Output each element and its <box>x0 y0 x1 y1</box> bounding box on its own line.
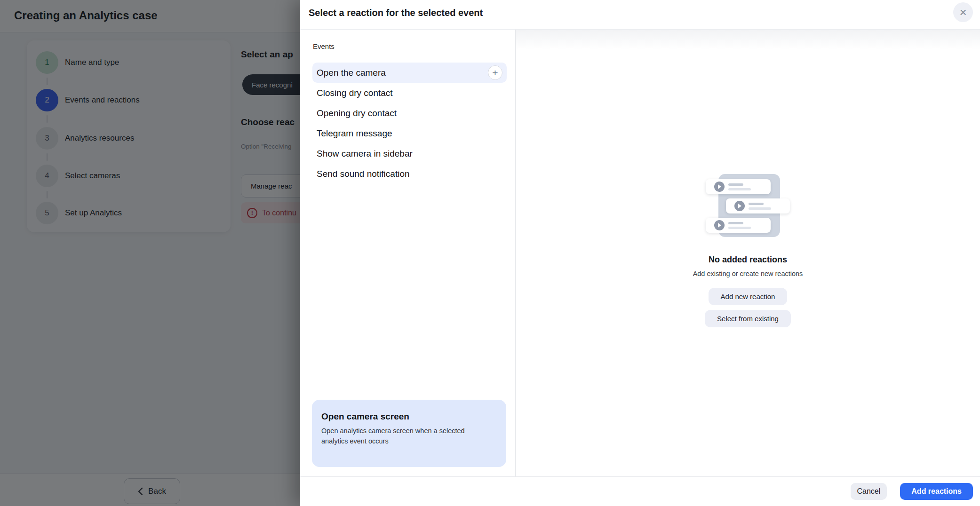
event-item-show-camera-in-sidebar[interactable]: Show camera in sidebar <box>312 143 507 164</box>
illustration-row <box>706 218 771 233</box>
select-reaction-modal: Select a reaction for the selected event… <box>300 0 980 506</box>
plus-icon[interactable]: + <box>488 65 502 80</box>
event-item-send-sound-notification[interactable]: Send sound notification <box>312 164 507 184</box>
event-info-title: Open camera screen <box>321 411 497 422</box>
modal-title: Select a reaction for the selected event <box>309 8 483 18</box>
empty-state: No added reactions Add existing or creat… <box>693 174 803 332</box>
event-info-description: Open analytics camera screen when a sele… <box>321 426 471 447</box>
event-item-telegram-message[interactable]: Telegram message <box>312 123 507 143</box>
modal-header: Select a reaction for the selected event… <box>300 0 980 30</box>
event-list: Open the camera + Closing dry contact Op… <box>312 63 507 184</box>
event-info-card: Open camera screen Open analytics camera… <box>312 400 506 467</box>
illustration-row <box>726 198 790 213</box>
event-item-label: Closing dry contact <box>317 88 393 98</box>
select-from-existing-button[interactable]: Select from existing <box>705 310 791 327</box>
empty-state-subtitle: Add existing or create new reactions <box>693 270 803 277</box>
event-item-opening-dry-contact[interactable]: Opening dry contact <box>312 103 507 123</box>
event-item-label: Open the camera <box>317 68 386 78</box>
illustration-row <box>706 179 771 194</box>
reactions-panel: No added reactions Add existing or creat… <box>516 30 980 476</box>
cancel-button[interactable]: Cancel <box>851 483 887 500</box>
play-icon <box>734 201 745 211</box>
add-new-reaction-button[interactable]: Add new reaction <box>709 288 788 305</box>
events-section-label: Events <box>313 42 335 50</box>
play-icon <box>714 220 725 230</box>
event-item-label: Send sound notification <box>317 169 410 179</box>
add-reactions-button[interactable]: Add reactions <box>900 483 973 500</box>
events-panel: Events Open the camera + Closing dry con… <box>300 30 516 476</box>
app-root: Creating an Analytics case 1 Name and ty… <box>0 0 980 506</box>
event-item-closing-dry-contact[interactable]: Closing dry contact <box>312 83 507 103</box>
modal-body: Events Open the camera + Closing dry con… <box>300 30 980 476</box>
close-icon[interactable]: × <box>953 2 973 22</box>
play-icon <box>714 182 725 192</box>
modal-footer: Cancel Add reactions <box>300 476 980 506</box>
reactions-empty-illustration <box>706 174 790 237</box>
event-item-label: Show camera in sidebar <box>317 149 413 159</box>
event-item-label: Telegram message <box>317 128 392 139</box>
empty-state-title: No added reactions <box>709 255 787 265</box>
event-item-label: Opening dry contact <box>317 108 397 119</box>
event-item-open-the-camera[interactable]: Open the camera + <box>312 63 507 83</box>
